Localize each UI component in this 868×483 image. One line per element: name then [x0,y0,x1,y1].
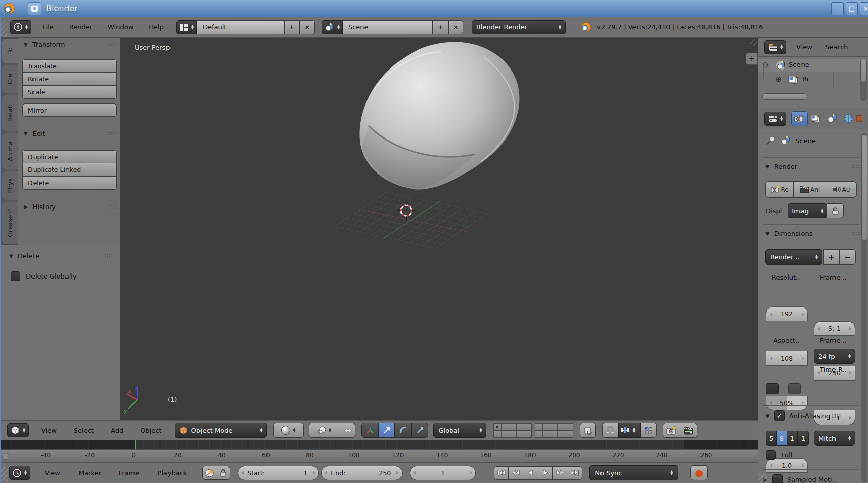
frame-start-prop-field[interactable]: S: 1 [814,321,855,336]
fps-dropdown[interactable]: 24 fp ▲▼ [814,349,855,364]
panel-header-dimensions[interactable]: ▼ Dimensions [765,230,860,237]
vp-menu-select[interactable]: Select [74,427,94,434]
properties-vscrollbar[interactable] [861,134,867,241]
current-frame-field[interactable]: 1 [410,466,476,480]
auto-keyframe-toggle[interactable] [202,466,216,480]
layer-grid-1[interactable] [493,423,531,437]
outliner-vscroll-track[interactable] [860,59,867,101]
mirror-button[interactable]: Mirror [22,104,117,117]
sync-mode-dropdown[interactable]: No Sync ▲▼ [589,465,678,480]
tl-menu-frame[interactable]: Frame [119,469,140,477]
minimize-button[interactable]: – [831,2,844,15]
tl-menu-view[interactable]: View [45,469,60,477]
mode-dropdown[interactable]: Object Mode ▲▼ [175,423,267,438]
crop-checkbox[interactable] [788,383,801,394]
panel-header-sampled-motion-blur[interactable]: ▶ Sampled Moti.. [763,474,863,483]
tab-render[interactable] [791,111,808,126]
outliner-row-renderlayers[interactable]: ⊕ RenderLayers [758,73,860,86]
pin-icon[interactable] [765,135,776,146]
layer-cell-active[interactable] [493,423,502,431]
aa-samples-16[interactable]: 1 [798,431,809,446]
editor-type-selector-3dview[interactable]: ▲▼ [7,423,29,437]
add-preset-button[interactable]: + [823,249,840,265]
corner-grip[interactable] [0,467,8,482]
close-button[interactable]: × [860,2,868,15]
rotate-manipulator-toggle[interactable] [395,423,412,438]
delete-button[interactable]: Delete [22,177,117,190]
jump-to-start-button[interactable] [494,466,509,480]
expand-circle-icon[interactable]: ⊕ [775,76,782,83]
editor-type-selector-timeline[interactable]: ▲▼ [9,466,30,480]
timeline-ruler[interactable]: -40 -20 0 20 40 60 80 100 120 140 160 18… [0,449,758,463]
proportional-edit-dropdown[interactable] [580,423,596,438]
scene-browser[interactable]: ▲▼ [322,20,343,34]
collapse-triangle-icon[interactable]: ▼ [765,231,770,236]
screen-layout-name-field[interactable]: Default [197,20,284,34]
viewport-shading-dropdown[interactable]: ▲▼ [273,423,304,438]
panel-header-transform[interactable]: ▼ Transform [24,41,116,48]
outliner-renderlayer-label[interactable]: RenderLayers [802,75,808,83]
collapse-triangle-icon[interactable]: ▼ [9,253,13,259]
ruler-scroll-knob[interactable] [2,453,9,460]
render-engine-dropdown[interactable]: Blender Render ▲▼ [472,20,566,34]
corner-grip[interactable] [759,474,767,482]
duplicate-linked-button[interactable]: Duplicate Linked [22,163,117,177]
aa-samples-11[interactable]: 1 [787,431,798,446]
delete-globally-checkbox[interactable] [11,271,20,281]
sampled-motion-blur-checkbox[interactable] [772,474,783,483]
collapse-triangle-icon[interactable]: ▼ [765,413,770,419]
play-reverse-button[interactable] [523,466,538,480]
scale-manipulator-toggle[interactable] [412,423,428,438]
tab-animation[interactable]: Anima [2,133,18,169]
snap-target-dropdown[interactable] [641,423,657,438]
add-scene-button[interactable]: + [433,20,448,34]
editor-type-selector[interactable]: i ▲▼ [10,20,31,34]
expand-region-button[interactable]: + [746,53,758,65]
menu-file[interactable]: File [43,23,54,31]
editor-type-selector-properties[interactable]: ▲▼ [764,112,786,126]
frame-start-field[interactable]: Start: 1 [238,466,319,480]
remove-preset-button[interactable]: − [840,249,856,265]
jump-to-end-button[interactable] [567,466,582,480]
translate-manipulator-toggle[interactable] [378,423,395,438]
rotate-button[interactable]: Rotate [22,73,117,86]
render-still-button[interactable]: Re [765,181,794,198]
screen-layout-browser[interactable]: ▲▼ [176,20,197,34]
transform-orientation-dropdown[interactable]: Global ▲▼ [433,423,486,438]
tl-menu-playback[interactable]: Playback [157,469,187,477]
record-button[interactable]: ● [690,465,708,480]
outliner-vscrollbar[interactable] [860,59,867,82]
maximize-button[interactable]: □ [846,2,858,15]
snap-element-dropdown[interactable]: ▲▼ [618,423,641,438]
delete-scene-button[interactable]: × [448,20,463,34]
duplicate-button[interactable]: Duplicate [22,150,117,163]
resolution-y-field[interactable]: 108 [766,351,808,366]
outliner-row-scene[interactable]: ⊖ Scene [758,59,860,72]
panel-drag-handle[interactable] [108,42,116,47]
panel-drag-handle[interactable] [851,231,860,236]
collapse-triangle-icon[interactable]: ▼ [24,131,28,136]
aa-full-option[interactable]: Full [766,450,792,460]
menu-window[interactable]: Window [108,23,133,31]
tab-grease-pencil[interactable]: Grease P [2,202,18,245]
current-frame-line[interactable] [135,440,136,449]
add-layout-button[interactable]: + [284,20,299,34]
aa-filter-dropdown[interactable]: Mitch ▲▼ [814,431,855,446]
vp-menu-view[interactable]: View [41,427,57,434]
render-presets-dropdown[interactable]: Render .. ▲▼ [765,249,822,265]
collapse-triangle-icon[interactable]: ▶ [24,204,28,210]
timeline-strip[interactable] [0,440,758,449]
panel-drag-handle[interactable] [851,164,860,169]
scene-name-field[interactable]: Scene [343,20,433,34]
tab-render-layers[interactable] [808,111,824,126]
render-audio-button[interactable]: Au [826,181,857,198]
border-checkbox[interactable] [766,383,779,394]
vp-menu-object[interactable]: Object [140,427,161,434]
manipulator-center-toggle[interactable]: ↔ [340,423,355,438]
panel-drag-handle[interactable] [832,413,841,418]
panel-drag-handle[interactable] [108,204,116,209]
tab-world[interactable] [840,111,856,126]
tab-create[interactable]: Cre [2,65,18,93]
translate-button[interactable]: Translate [22,59,117,73]
viewport-3d[interactable]: User Persp [120,38,758,420]
